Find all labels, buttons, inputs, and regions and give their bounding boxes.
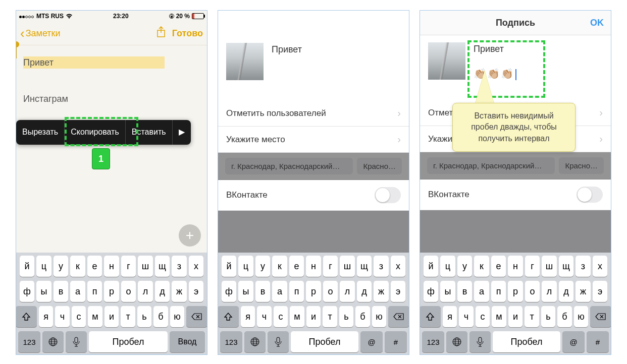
numbers-key[interactable]: 123 — [220, 331, 242, 352]
key-щ[interactable]: щ — [155, 256, 170, 277]
globe-key[interactable] — [244, 331, 266, 352]
key-ю[interactable]: ю — [372, 306, 387, 327]
shift-key[interactable] — [218, 306, 239, 327]
menu-more-arrow-icon[interactable]: ▶ — [173, 120, 191, 145]
menu-cut[interactable]: Вырезать — [16, 120, 65, 145]
add-button[interactable]: + — [179, 224, 201, 247]
backspace-key[interactable] — [388, 306, 409, 327]
key-ы[interactable]: ы — [36, 281, 51, 302]
post-thumbnail[interactable] — [226, 43, 264, 80]
key-с[interactable]: с — [72, 306, 86, 327]
key-я[interactable]: я — [241, 306, 255, 327]
key-с[interactable]: с — [476, 306, 490, 327]
key-к[interactable]: к — [474, 256, 489, 277]
key-н[interactable]: н — [306, 256, 321, 277]
row-vk[interactable]: ВКонтакте — [218, 180, 409, 211]
post-thumbnail[interactable] — [428, 42, 465, 80]
key-г[interactable]: г — [525, 256, 540, 277]
key-ш[interactable]: ш — [340, 256, 355, 277]
row-place[interactable]: Укажите место › — [218, 127, 409, 153]
key-з[interactable]: з — [172, 256, 187, 277]
back-button[interactable]: ‹ Заметки — [20, 27, 61, 40]
key-ю[interactable]: ю — [574, 306, 589, 327]
key-и[interactable]: и — [104, 306, 119, 327]
key-г[interactable]: г — [121, 256, 136, 277]
selection-handle-top[interactable] — [16, 41, 19, 47]
key-а[interactable]: а — [474, 281, 489, 302]
key-а[interactable]: а — [272, 281, 287, 302]
key-о[interactable]: о — [525, 281, 540, 302]
key-р[interactable]: р — [508, 281, 523, 302]
key-с[interactable]: с — [274, 306, 288, 327]
key-ь[interactable]: ь — [541, 306, 556, 327]
key-п[interactable]: п — [491, 281, 506, 302]
key-у[interactable]: у — [255, 256, 271, 277]
key-м[interactable]: м — [290, 306, 304, 327]
key-ч[interactable]: ч — [459, 306, 474, 327]
chip-city[interactable]: г. Краснодар, Краснодарский… — [427, 157, 555, 174]
ok-button[interactable]: OK — [590, 18, 604, 28]
mic-key[interactable] — [268, 331, 289, 352]
key-ф[interactable]: ф — [20, 281, 35, 302]
key-э[interactable]: э — [391, 281, 406, 302]
key-е[interactable]: е — [491, 256, 506, 277]
key-э[interactable]: э — [189, 281, 204, 302]
key-ц[interactable]: ц — [36, 256, 51, 277]
key-ц[interactable]: ц — [238, 256, 253, 277]
key-ч[interactable]: ч — [257, 306, 272, 327]
caption-text[interactable]: Привет — [272, 43, 302, 93]
key-и[interactable]: и — [306, 306, 321, 327]
key-ю[interactable]: ю — [170, 306, 185, 327]
backspace-key[interactable] — [590, 306, 611, 327]
key-н[interactable]: н — [508, 256, 523, 277]
key-р[interactable]: р — [306, 281, 321, 302]
key-х[interactable]: х — [391, 256, 406, 277]
numbers-key[interactable]: 123 — [18, 331, 40, 352]
space-key[interactable]: Пробел — [493, 331, 560, 352]
key-к[interactable]: к — [70, 256, 85, 277]
key-з[interactable]: з — [374, 256, 389, 277]
key-в[interactable]: в — [54, 281, 69, 302]
caption-area[interactable]: Привет 👏🏼👏🏼👏🏼 — [420, 35, 611, 100]
key-х[interactable]: х — [593, 256, 608, 277]
key-б[interactable]: б — [557, 306, 572, 327]
vk-toggle[interactable] — [577, 187, 603, 203]
row-vk[interactable]: ВКонтакте — [420, 179, 611, 210]
note-line-1[interactable]: Привет — [23, 56, 165, 69]
backspace-key[interactable] — [186, 306, 207, 327]
key-г[interactable]: г — [323, 256, 338, 277]
key-п[interactable]: п — [87, 281, 102, 302]
key-ж[interactable]: ж — [576, 281, 591, 302]
key-а[interactable]: а — [70, 281, 85, 302]
keyboard[interactable]: йцукенгшщзх фывапролджэ ячсмитьбю 123 Пр… — [218, 253, 409, 354]
vk-toggle[interactable] — [375, 187, 401, 203]
key-ь[interactable]: ь — [137, 306, 152, 327]
key-у[interactable]: у — [54, 256, 69, 277]
key-ы[interactable]: ы — [440, 281, 455, 302]
key-т[interactable]: т — [323, 306, 337, 327]
key-я[interactable]: я — [39, 306, 54, 327]
key-ф[interactable]: ф — [424, 281, 439, 302]
note-line-2[interactable]: Инстаграм — [23, 94, 68, 104]
key-о[interactable]: о — [121, 281, 136, 302]
globe-key[interactable] — [446, 331, 467, 352]
shift-key[interactable] — [420, 306, 441, 327]
key-д[interactable]: д — [155, 281, 170, 302]
key-щ[interactable]: щ — [559, 256, 574, 277]
key-в[interactable]: в — [255, 281, 271, 302]
hash-key[interactable]: # — [587, 331, 609, 352]
key-ф[interactable]: ф — [222, 281, 237, 302]
key-м[interactable]: м — [88, 306, 102, 327]
globe-key[interactable] — [42, 331, 64, 352]
chip-city[interactable]: г. Краснодар, Краснодарский… — [225, 158, 353, 174]
chip-city-2[interactable]: Красно… — [357, 158, 402, 174]
share-icon[interactable] — [156, 26, 166, 41]
key-к[interactable]: к — [272, 256, 287, 277]
menu-copy[interactable]: Скопировать — [65, 120, 126, 145]
key-у[interactable]: у — [457, 256, 473, 277]
space-key[interactable]: Пробел — [89, 331, 168, 352]
note-body[interactable]: Привет Инстаграм Вырезать Скопировать Вс… — [16, 45, 207, 253]
key-з[interactable]: з — [576, 256, 591, 277]
key-л[interactable]: л — [542, 281, 557, 302]
row-tag-users[interactable]: Отметить пользователей › — [218, 100, 409, 127]
